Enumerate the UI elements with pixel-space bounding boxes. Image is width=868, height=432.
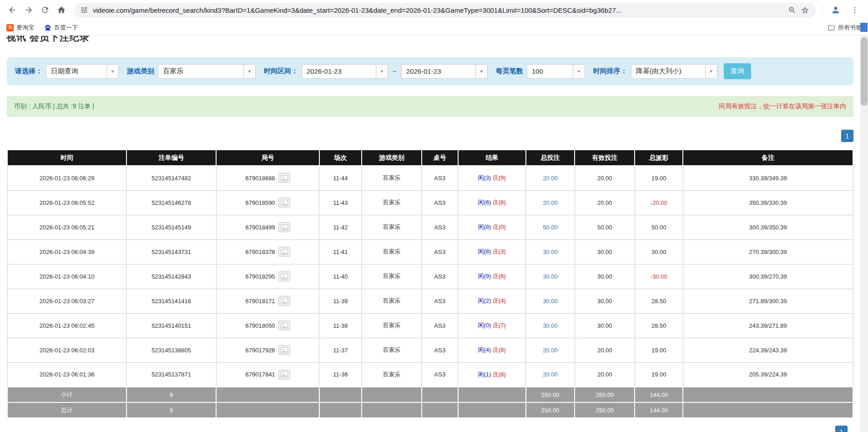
scrollbar[interactable] <box>860 36 868 432</box>
table-row: 2026-01-23 06:01:36 523145137871 6790178… <box>7 362 853 387</box>
total-bet-link[interactable]: 20.00 <box>543 371 558 378</box>
replay-icon[interactable] <box>278 173 290 183</box>
chevron-down-icon[interactable]: ▼ <box>573 65 585 78</box>
header-valid-bet: 有效投注 <box>575 150 635 166</box>
cell-round: 679018590 <box>216 190 319 215</box>
query-type-value: 日期查询 <box>46 67 106 76</box>
cell-session: 11-41 <box>319 239 362 264</box>
cell-valid-bet: 20.00 <box>575 362 635 387</box>
all-bookmarks-button[interactable]: 所有书签 <box>828 24 862 32</box>
url-text[interactable]: videoie.com/game/betrecord_search/kind3?… <box>93 6 783 14</box>
total-payout: 144.00 <box>635 402 683 418</box>
table-row: 2026-01-23 06:05:21 523145145149 6790184… <box>7 215 853 239</box>
forward-button[interactable] <box>21 2 36 18</box>
result-banker: 庄(4) <box>493 297 506 304</box>
cell-round: 679017841 <box>216 362 319 387</box>
browser-toolbar: videoie.com/game/betrecord_search/kind3?… <box>0 0 868 20</box>
site-settings-icon[interactable] <box>80 6 88 14</box>
game-type-label: 游戏类别 <box>127 67 154 76</box>
total-bet-link[interactable]: 20.00 <box>543 347 558 354</box>
sort-value: 降幂(由大到小) <box>631 67 705 76</box>
replay-icon[interactable] <box>278 247 290 257</box>
cell-payout: -20.00 <box>635 190 683 215</box>
cell-session: 11-44 <box>319 166 362 190</box>
cell-total-bet: 50.00 <box>526 215 575 239</box>
chevron-down-icon[interactable]: ▼ <box>243 65 255 78</box>
payout-value: 19.00 <box>651 347 666 354</box>
back-button[interactable] <box>5 2 20 18</box>
payout-value: 19.00 <box>651 175 666 182</box>
scrollbar-thumb[interactable] <box>861 37 868 106</box>
cell-note: 205.39/224.39 <box>683 362 853 387</box>
replay-icon[interactable] <box>278 370 290 380</box>
search-button[interactable]: 查询 <box>724 63 751 79</box>
total-bet-link[interactable]: 30.00 <box>543 249 558 255</box>
bookmark-taobao[interactable]: 淘 爱淘宝 <box>6 24 34 32</box>
replay-icon[interactable] <box>278 222 290 232</box>
page-title: 视讯 会员下注纪录 <box>0 36 860 44</box>
address-bar[interactable]: videoie.com/game/betrecord_search/kind3?… <box>74 3 816 18</box>
cell-payout: 28.50 <box>635 313 683 338</box>
sort-select[interactable]: 降幂(由大到小) ▼ <box>631 64 717 79</box>
per-page-label: 每页笔数 <box>496 67 523 76</box>
subtotal-valid-bet: 250.00 <box>575 387 635 402</box>
query-type-select[interactable]: 日期查询 ▼ <box>46 64 119 79</box>
menu-button[interactable] <box>847 2 863 18</box>
game-type-value: 百家乐 <box>158 67 243 76</box>
date-end-input[interactable]: 2026-01-23 ▼ <box>401 64 488 79</box>
cell-result: 闲(8) 庄(3) <box>458 239 526 264</box>
pagination-bottom[interactable]: 1 <box>835 426 848 432</box>
total-bet-link[interactable]: 30.00 <box>543 298 558 305</box>
replay-icon[interactable] <box>278 271 290 281</box>
replay-icon[interactable] <box>278 198 290 208</box>
replay-icon[interactable] <box>278 296 290 306</box>
profile-button[interactable] <box>828 2 843 18</box>
total-bet-link[interactable]: 50.00 <box>543 224 558 231</box>
three-dots-icon <box>851 6 859 14</box>
bookmark-baidu[interactable]: 百度一下 <box>44 24 78 32</box>
home-button[interactable] <box>54 2 69 18</box>
cell-payout: 28.50 <box>635 289 683 313</box>
chevron-down-icon[interactable]: ▼ <box>705 65 717 78</box>
cell-payout: 19.00 <box>635 166 683 190</box>
per-page-select[interactable]: 100 ▼ <box>527 64 585 79</box>
total-bet-link[interactable]: 20.00 <box>543 175 558 182</box>
payout-value: 50.00 <box>651 224 666 231</box>
cell-result: 闲(0) 庄(7) <box>458 313 526 338</box>
cell-round: 679018050 <box>216 313 319 338</box>
chevron-down-icon[interactable]: ▼ <box>376 65 388 78</box>
scroll-marker <box>860 23 868 32</box>
replay-icon[interactable] <box>278 320 290 330</box>
cell-round: 679017926 <box>216 338 319 362</box>
cell-game-type: 百家乐 <box>362 289 422 313</box>
total-bet-link[interactable]: 20.00 <box>543 199 558 206</box>
date-start-input[interactable]: 2026-01-23 ▼ <box>302 64 388 79</box>
replay-icon[interactable] <box>278 345 290 355</box>
cell-result: 闲(8) 庄(0) <box>458 215 526 239</box>
cell-round: 679018295 <box>216 264 319 289</box>
query-type-label: 请选择： <box>15 67 42 76</box>
bookmark-star-icon[interactable] <box>801 6 809 15</box>
currency-summary: 币别 : 人民币 | 总共 :9 注单 | <box>14 102 94 111</box>
cell-table-no: AS3 <box>422 313 458 338</box>
chevron-down-icon[interactable]: ▼ <box>475 65 487 78</box>
chevron-down-icon[interactable]: ▼ <box>106 65 118 78</box>
subtotal-label: 小计 <box>7 387 126 402</box>
table-row: 2026-01-23 06:05:52 523145146278 6790185… <box>7 190 853 215</box>
game-type-select[interactable]: 百家乐 ▼ <box>158 64 256 79</box>
round-number: 679018378 <box>246 249 275 255</box>
sort-label: 时间排序： <box>593 67 627 76</box>
payout-value: -20.00 <box>651 199 667 206</box>
pagination-page-1[interactable]: 1 <box>841 130 853 142</box>
cell-table-no: AS3 <box>422 239 458 264</box>
cell-game-type: 百家乐 <box>362 313 422 338</box>
zoom-icon[interactable] <box>788 6 796 14</box>
cell-bet-no: 523145145149 <box>126 215 216 239</box>
total-bet-link[interactable]: 30.00 <box>543 273 558 280</box>
round-number: 679017926 <box>246 347 275 354</box>
cell-bet-no: 523145140151 <box>126 313 216 338</box>
reload-button[interactable] <box>37 2 53 18</box>
cell-table-no: AS3 <box>422 166 458 190</box>
header-game-type: 游戏类别 <box>362 150 422 166</box>
total-bet-link[interactable]: 30.00 <box>543 322 558 329</box>
